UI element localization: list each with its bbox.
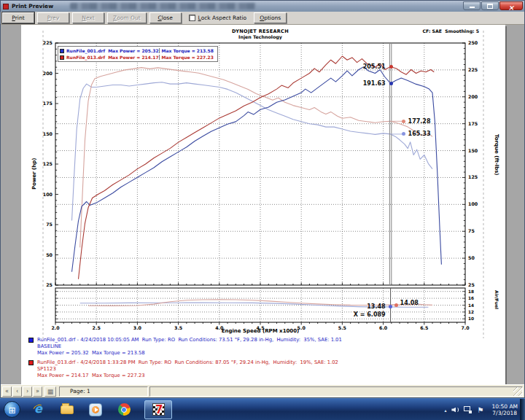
legend-swatch-red xyxy=(60,55,64,60)
legend-max-power: Max Power = 214.17 xyxy=(108,55,158,60)
prev-page-button[interactable] xyxy=(12,386,22,397)
print-preview-window: Print Preview Print Prev Next Zoom Out C… xyxy=(0,0,525,398)
lock-aspect-ratio-label: Lock Aspect Ratio xyxy=(198,15,247,21)
svg-text:175: 175 xyxy=(43,101,52,106)
zoom-out-button[interactable]: Zoom Out xyxy=(107,12,147,23)
legend-file: RunFile_013.drf xyxy=(66,55,105,60)
winpep7-icon xyxy=(152,403,165,416)
minimize-button[interactable] xyxy=(463,1,481,10)
system-tray: 10:50 AM 7/3/2018 xyxy=(444,399,519,420)
redacted-title-text xyxy=(70,3,256,9)
run-bullet-red xyxy=(28,360,34,365)
legend-max-torque: Max Torque = 213.58 xyxy=(159,48,220,53)
cursor-marker-power-blue xyxy=(389,82,393,85)
svg-text:50: 50 xyxy=(46,252,52,257)
minimize-icon xyxy=(470,7,475,8)
tray-expand-icon[interactable] xyxy=(444,408,446,413)
chart-legend: RunFile_001.drf Max Power = 205.32 Max T… xyxy=(58,46,218,62)
next-button[interactable]: Next xyxy=(72,12,104,23)
prev-button[interactable]: Prev xyxy=(37,12,69,23)
statusbar-filler xyxy=(149,386,523,397)
close-preview-button[interactable]: Close xyxy=(149,12,182,23)
options-button[interactable]: Options xyxy=(254,12,287,23)
svg-text:50: 50 xyxy=(468,255,475,260)
window-title: Print Preview xyxy=(12,3,53,9)
clock-date: 7/3/2018 xyxy=(491,410,518,416)
taskbar-clock[interactable]: 10:50 AM 7/3/2018 xyxy=(491,403,518,416)
start-button[interactable] xyxy=(4,401,20,418)
legend-max-power: Max Power = 205.32 xyxy=(108,48,158,53)
network-icon[interactable] xyxy=(464,406,472,413)
legend-row-baseline: RunFile_001.drf Max Power = 205.32 Max T… xyxy=(60,47,216,54)
taskbar-item-dyno-app-active[interactable] xyxy=(144,400,172,419)
run-bullet-blue xyxy=(28,338,34,343)
taskbar-item-internet-explorer[interactable] xyxy=(29,400,48,419)
internet-explorer-icon xyxy=(32,403,45,416)
taskbar-item-chrome[interactable] xyxy=(114,400,133,419)
titlebar[interactable]: Print Preview xyxy=(1,1,524,12)
run-info-sp1123: RunFile_013.drf - 4/24/2018 1:33:28 PM R… xyxy=(28,359,342,379)
run-conditions: RunFile_013.drf - 4/24/2018 1:33:28 PM R… xyxy=(37,359,338,366)
action-center-flag-icon[interactable] xyxy=(477,406,485,414)
legend-swatch-blue xyxy=(60,49,64,53)
report-subtitle: Injen Technology xyxy=(55,34,465,39)
next-page-button[interactable] xyxy=(23,386,32,397)
svg-text:10: 10 xyxy=(468,316,474,321)
cursor-value-torque-blue: 165.33 xyxy=(408,131,431,137)
svg-text:125: 125 xyxy=(43,161,52,166)
svg-text:25: 25 xyxy=(468,282,475,287)
page-indicator: Page: 1 xyxy=(59,386,148,397)
run-info-block: RunFile_001.drf - 4/24/2018 10:05:05 AM … xyxy=(28,337,342,382)
chrome-icon xyxy=(118,403,131,416)
clock-time: 10:50 AM xyxy=(491,403,518,410)
svg-text:12: 12 xyxy=(468,310,474,314)
desktop-screen: Print Preview Print Prev Next Zoom Out C… xyxy=(0,0,525,420)
run-maxima: Max Power = 214.17 Max Torque = 227.23 xyxy=(37,373,338,379)
svg-text:75: 75 xyxy=(46,222,52,227)
legend-row-sp1123: RunFile_013.drf Max Power = 214.17 Max T… xyxy=(60,54,216,61)
svg-text:150: 150 xyxy=(43,131,53,136)
preview-area: 2252001751501251007550252502252001751501… xyxy=(1,25,524,384)
legend-file: RunFile_001.drf xyxy=(66,48,105,53)
svg-text:14: 14 xyxy=(468,303,474,308)
lock-aspect-ratio-control: Lock Aspect Ratio xyxy=(189,15,247,21)
close-window-button[interactable] xyxy=(499,1,523,10)
run-name: SP1123 xyxy=(37,366,338,373)
svg-text:200: 200 xyxy=(468,94,478,99)
maximize-button[interactable] xyxy=(481,1,499,10)
svg-text:100: 100 xyxy=(468,201,478,206)
taskbar: 10:50 AM 7/3/2018 xyxy=(0,398,525,420)
show-desktop-button[interactable] xyxy=(520,399,525,420)
power-axis-label: Power (hp) xyxy=(31,158,37,190)
svg-text:16: 16 xyxy=(468,296,474,300)
svg-text:25: 25 xyxy=(46,282,52,287)
svg-text:175: 175 xyxy=(468,121,478,126)
svg-text:200: 200 xyxy=(43,71,53,76)
media-player-icon xyxy=(89,403,102,416)
last-page-button[interactable] xyxy=(33,386,42,397)
folder-icon xyxy=(61,405,74,414)
run-conditions: RunFile_001.drf - 4/24/2018 10:05:05 AM … xyxy=(37,337,342,343)
svg-text:225: 225 xyxy=(43,40,52,45)
taskbar-item-media-player[interactable] xyxy=(86,400,105,419)
cursor-value-afr-blue: 13.48 xyxy=(345,303,386,310)
maximize-icon xyxy=(487,4,493,9)
svg-text:150: 150 xyxy=(468,148,478,153)
lock-aspect-ratio-checkbox[interactable] xyxy=(189,15,195,21)
correction-factor-label: CF: SAE Smoothing: 5 xyxy=(335,28,479,34)
first-page-button[interactable] xyxy=(2,386,12,397)
windows-logo-icon xyxy=(8,402,15,416)
cursor-value-afr-red: 14.08 xyxy=(400,300,419,306)
resize-grip[interactable] xyxy=(513,387,522,396)
window-controls xyxy=(463,1,523,10)
cursor-marker-power-red xyxy=(389,65,393,69)
taskbar-item-file-explorer[interactable] xyxy=(58,400,77,419)
close-icon xyxy=(508,0,514,13)
volume-icon[interactable] xyxy=(451,407,459,413)
svg-text:100: 100 xyxy=(43,192,53,197)
airfuel-axis-label: Air/Fuel xyxy=(494,290,499,309)
page-layout-icon[interactable] xyxy=(44,386,56,397)
print-button[interactable]: Print xyxy=(2,12,34,23)
statusbar: Page: 1 xyxy=(1,384,524,397)
cursor-value-power-blue: 191.63 xyxy=(345,80,386,87)
